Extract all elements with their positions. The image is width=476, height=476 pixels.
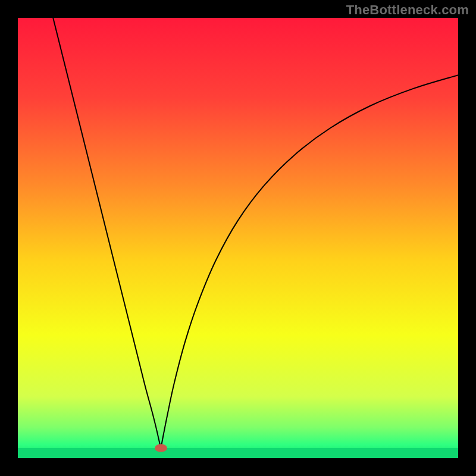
plot-area: [18, 18, 458, 458]
watermark-text: TheBottleneck.com: [346, 2, 469, 18]
chart-outer: TheBottleneck.com: [0, 0, 476, 476]
bottleneck-marker: [155, 444, 167, 452]
chart-svg: [18, 18, 458, 458]
gradient-background: [18, 18, 458, 458]
bottom-green-band: [18, 448, 458, 458]
